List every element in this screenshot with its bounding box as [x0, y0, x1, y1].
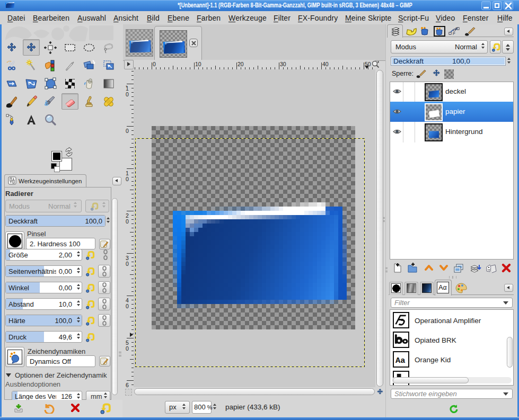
svg-text:Aa: Aa	[395, 356, 406, 365]
svg-text:P: P	[453, 32, 455, 35]
svg-text:P: P	[455, 27, 458, 31]
